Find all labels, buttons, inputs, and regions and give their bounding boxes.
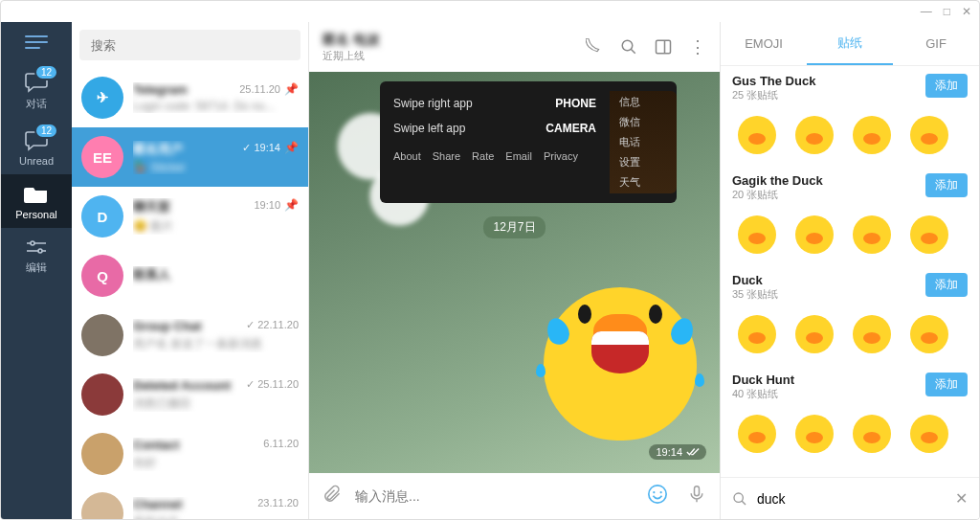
sticker-thumbnail[interactable] bbox=[790, 110, 839, 160]
chat-row[interactable]: Q 联系人 bbox=[72, 246, 308, 305]
nav-personal[interactable]: Personal bbox=[1, 174, 72, 228]
voice-message-icon[interactable] bbox=[681, 479, 712, 513]
left-navbar: 12 对话 12 Unread Personal 编辑 bbox=[1, 22, 72, 519]
side-label: 信息 bbox=[619, 95, 667, 109]
chat-row[interactable]: Group Chat ✓ 22.11.20 用户名 发送了一条新消息 bbox=[72, 305, 308, 365]
avatar bbox=[81, 492, 123, 519]
sticker-thumbnail[interactable] bbox=[904, 210, 954, 260]
chat-row[interactable]: Channel 23.11.20 最新动态 bbox=[72, 484, 308, 519]
add-pack-button[interactable]: 添加 bbox=[925, 173, 968, 197]
window-titlebar: — □ ✕ bbox=[1, 1, 979, 22]
sticker-thumbnail[interactable] bbox=[847, 409, 897, 459]
sticker-thumbnail[interactable] bbox=[904, 309, 954, 359]
sticker-thumbnail[interactable] bbox=[847, 110, 897, 160]
link-preview-card[interactable]: Swipe right appPHONESwipe left appCAMERA… bbox=[380, 81, 677, 203]
emoji-picker-icon[interactable] bbox=[641, 478, 674, 514]
message-time: 19:14 bbox=[649, 444, 706, 460]
pack-title: Duck Hunt bbox=[732, 373, 794, 387]
sticker-thumbnail[interactable] bbox=[847, 309, 897, 359]
side-label: 电话 bbox=[619, 135, 667, 149]
chat-name: Group Chat bbox=[133, 319, 202, 333]
add-pack-button[interactable]: 添加 bbox=[925, 74, 968, 98]
sticker-thumbnail[interactable] bbox=[904, 110, 954, 160]
preview-link[interactable]: About bbox=[393, 150, 421, 162]
date-divider: 12月7日 bbox=[483, 216, 545, 238]
sticker-thumbnail[interactable] bbox=[732, 210, 782, 260]
sticker-thumbnail[interactable] bbox=[904, 409, 954, 459]
svg-rect-6 bbox=[657, 40, 671, 54]
conversation-title: 匿名 电波 bbox=[323, 32, 586, 49]
chat-name: 联系人 bbox=[133, 266, 170, 283]
chat-time: ✓ 19:14📌 bbox=[242, 141, 299, 158]
chat-row[interactable]: D 聊天室 19:10📌 😊 图片 bbox=[72, 187, 308, 246]
avatar: D bbox=[81, 195, 123, 237]
search-input[interactable] bbox=[79, 30, 301, 60]
close-button[interactable]: ✕ bbox=[962, 5, 971, 18]
svg-point-9 bbox=[653, 491, 655, 493]
sticker-thumbnail[interactable] bbox=[790, 309, 839, 359]
avatar: Q bbox=[81, 255, 123, 297]
pin-icon: 📌 bbox=[284, 141, 299, 154]
pack-count: 40 张贴纸 bbox=[732, 387, 794, 401]
panel-tabs: EMOJI贴纸GIF bbox=[721, 22, 979, 66]
nav-unread[interactable]: 12 Unread bbox=[1, 119, 72, 174]
chat-name: Deleted Account bbox=[133, 378, 231, 393]
attach-icon[interactable] bbox=[317, 479, 347, 513]
chat-preview: 你好 bbox=[133, 455, 299, 471]
nav-chats[interactable]: 12 对话 bbox=[1, 60, 72, 119]
chat-row[interactable]: Contact 6.11.20 你好 bbox=[72, 424, 308, 484]
sticker-panel: EMOJI贴纸GIF Gus The Duck 25 张贴纸 添加 Gagik … bbox=[721, 22, 979, 519]
sticker-thumbnail[interactable] bbox=[732, 409, 782, 459]
read-check-icon bbox=[686, 447, 700, 457]
search-icon[interactable] bbox=[620, 38, 637, 56]
svg-point-10 bbox=[660, 491, 662, 493]
avatar: EE bbox=[81, 136, 123, 178]
sticker-message[interactable]: 19:14 bbox=[534, 268, 706, 460]
message-input[interactable] bbox=[355, 488, 634, 504]
pin-icon: 📌 bbox=[284, 198, 299, 212]
nav-edit[interactable]: 编辑 bbox=[1, 228, 72, 283]
nav-label: 对话 bbox=[1, 97, 72, 111]
call-icon[interactable] bbox=[586, 38, 603, 56]
more-icon[interactable]: ⋮ bbox=[689, 38, 706, 56]
preview-link[interactable]: Privacy bbox=[544, 150, 578, 162]
panel-tab-gif[interactable]: GIF bbox=[893, 22, 979, 65]
svg-point-2 bbox=[31, 241, 34, 245]
panel-tab-emoji[interactable]: EMOJI bbox=[721, 22, 807, 65]
chat-row[interactable]: EE 匿名用户 ✓ 19:14📌 🦆 Sticker bbox=[72, 127, 308, 187]
badge: 12 bbox=[34, 64, 58, 80]
menu-icon[interactable] bbox=[25, 41, 48, 43]
sticker-thumbnail[interactable] bbox=[790, 210, 839, 260]
sticker-thumbnail[interactable] bbox=[732, 309, 782, 359]
sticker-pack-list[interactable]: Gus The Duck 25 张贴纸 添加 Gagik the Duck 20… bbox=[721, 66, 979, 477]
sidebar-toggle-icon[interactable] bbox=[655, 38, 672, 56]
chat-time: 19:10📌 bbox=[254, 198, 299, 215]
sticker-thumbnail[interactable] bbox=[790, 409, 839, 459]
sticker-pack: Gus The Duck 25 张贴纸 添加 bbox=[732, 74, 968, 160]
chat-time: ✓ 25.11.20 bbox=[246, 378, 299, 393]
panel-tab-贴纸[interactable]: 贴纸 bbox=[807, 22, 893, 65]
avatar bbox=[81, 433, 123, 475]
clear-search-icon[interactable]: ✕ bbox=[955, 489, 968, 508]
nav-label: 编辑 bbox=[1, 260, 72, 275]
add-pack-button[interactable]: 添加 bbox=[925, 373, 968, 396]
chat-time: 23.11.20 bbox=[257, 497, 299, 511]
setting-row: Swipe left appCAMERA bbox=[393, 116, 596, 141]
preview-link[interactable]: Share bbox=[433, 150, 460, 162]
chat-row[interactable]: Deleted Account ✓ 25.11.20 消息已撤回 bbox=[72, 365, 308, 424]
preview-link[interactable]: Email bbox=[505, 150, 532, 162]
search-icon bbox=[732, 491, 747, 507]
chat-list-column: ✈ Telegram 25.11.20📌 Login code: 59714. … bbox=[72, 22, 309, 519]
add-pack-button[interactable]: 添加 bbox=[925, 273, 968, 297]
sticker-search-input[interactable] bbox=[757, 491, 946, 507]
pack-count: 35 张贴纸 bbox=[732, 287, 778, 302]
preview-link[interactable]: Rate bbox=[472, 150, 494, 162]
sticker-thumbnail[interactable] bbox=[847, 210, 897, 260]
maximize-button[interactable]: □ bbox=[944, 5, 950, 18]
pin-icon: 📌 bbox=[284, 82, 299, 96]
conversation-column: 匿名 电波 近期上线 ⋮ Swipe right appPHONESwipe l… bbox=[309, 22, 721, 519]
minimize-button[interactable]: — bbox=[921, 5, 932, 18]
sticker-thumbnail[interactable] bbox=[732, 110, 782, 160]
sticker-pack: Duck Hunt 40 张贴纸 添加 bbox=[732, 373, 968, 459]
chat-row[interactable]: ✈ Telegram 25.11.20📌 Login code: 59714. … bbox=[72, 68, 308, 127]
